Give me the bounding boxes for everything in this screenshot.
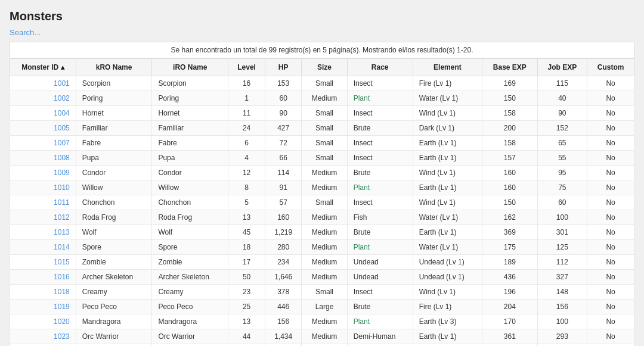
monster-id-link[interactable]: 1005 bbox=[54, 124, 70, 132]
job-exp-cell: 301 bbox=[537, 225, 587, 240]
col-monster-id-link[interactable]: Monster ID ▴ bbox=[21, 63, 64, 71]
iro-name-cell: Wormtail bbox=[152, 344, 228, 347]
monster-id-link[interactable]: 1008 bbox=[54, 154, 70, 162]
monster-id-link[interactable]: 1020 bbox=[54, 317, 70, 326]
level-cell: 16 bbox=[228, 76, 265, 91]
kro-name-cell: Spore bbox=[76, 240, 152, 255]
base-exp-cell: 175 bbox=[482, 240, 537, 255]
monster-id-link[interactable]: 1015 bbox=[54, 258, 70, 266]
hp-cell: 280 bbox=[265, 240, 302, 255]
table-row: 1019Peco PecoPeco Peco25446LargeBruteFir… bbox=[10, 300, 634, 314]
race-cell: Insect bbox=[347, 76, 413, 91]
custom-cell: No bbox=[587, 91, 634, 106]
race-cell: Plant bbox=[347, 344, 413, 347]
iro-name-cell: Zombie bbox=[152, 255, 228, 270]
table-row: 1004HornetHornet1190SmallInsectWind (Lv … bbox=[10, 106, 634, 121]
level-cell: 13 bbox=[228, 210, 265, 225]
iro-name-cell: Archer Skeleton bbox=[152, 270, 228, 285]
monster-id-link[interactable]: 1016 bbox=[54, 273, 70, 281]
base-exp-cell: 150 bbox=[482, 91, 537, 106]
job-exp-cell: 148 bbox=[537, 285, 587, 300]
base-exp-cell: 204 bbox=[482, 300, 537, 314]
job-exp-cell: 156 bbox=[537, 300, 587, 314]
race-cell: Brute bbox=[347, 166, 413, 180]
size-cell: Medium bbox=[302, 329, 347, 344]
search-link[interactable]: Search... bbox=[10, 28, 41, 37]
kro-name-cell: Wolf bbox=[76, 225, 152, 240]
custom-cell: No bbox=[587, 255, 634, 270]
element-cell: Fire (Lv 1) bbox=[413, 76, 482, 91]
monster-id-link[interactable]: 1019 bbox=[54, 303, 70, 311]
table-row: 1015ZombieZombie17234MediumUndeadUndead … bbox=[10, 255, 634, 270]
table-row: 1007FabreFabre672SmallInsectEarth (Lv 1)… bbox=[10, 136, 634, 151]
monster-id-link[interactable]: 1014 bbox=[54, 243, 70, 251]
kro-name-cell: Poring bbox=[76, 91, 152, 106]
race-cell: Insect bbox=[347, 285, 413, 300]
monster-id-link[interactable]: 1004 bbox=[54, 109, 70, 117]
monster-id-link[interactable]: 1001 bbox=[54, 79, 70, 88]
monster-id-link[interactable]: 1010 bbox=[54, 183, 70, 192]
monster-id-link[interactable]: 1009 bbox=[54, 169, 70, 177]
table-row: 1024WormtailWormtail17200MediumPlantEart… bbox=[10, 344, 634, 347]
custom-cell: No bbox=[587, 106, 634, 121]
base-exp-cell: 369 bbox=[482, 225, 537, 240]
level-cell: 24 bbox=[228, 121, 265, 136]
element-cell: Earth (Lv 1) bbox=[413, 329, 482, 344]
base-exp-cell: 436 bbox=[482, 270, 537, 285]
race-cell: Brute bbox=[347, 225, 413, 240]
job-exp-cell: 115 bbox=[537, 76, 587, 91]
kro-name-cell: Creamy bbox=[76, 285, 152, 300]
hp-cell: 66 bbox=[265, 151, 302, 166]
table-row: 1023Orc WarriorOrc Warrior441,434MediumD… bbox=[10, 329, 634, 344]
table-row: 1008PupaPupa466SmallInsectEarth (Lv 1)15… bbox=[10, 151, 634, 166]
custom-cell: No bbox=[587, 300, 634, 314]
hp-cell: 60 bbox=[265, 91, 302, 106]
col-monster-id[interactable]: Monster ID ▴ bbox=[10, 59, 76, 76]
hp-cell: 57 bbox=[265, 195, 302, 210]
element-cell: Wind (Lv 1) bbox=[413, 106, 482, 121]
job-exp-cell: 100 bbox=[537, 210, 587, 225]
col-race: Race bbox=[347, 59, 413, 76]
element-cell: Fire (Lv 1) bbox=[413, 300, 482, 314]
info-bar: Se han encontrado un total de 99 registr… bbox=[10, 42, 634, 58]
element-cell: Dark (Lv 1) bbox=[413, 121, 482, 136]
base-exp-cell: 196 bbox=[482, 285, 537, 300]
size-cell: Medium bbox=[302, 225, 347, 240]
iro-name-cell: Fabre bbox=[152, 136, 228, 151]
level-cell: 45 bbox=[228, 225, 265, 240]
base-exp-cell: 158 bbox=[482, 106, 537, 121]
element-cell: Earth (Lv 1) bbox=[413, 344, 482, 347]
custom-cell: No bbox=[587, 121, 634, 136]
monster-id-link[interactable]: 1007 bbox=[54, 139, 70, 147]
race-cell: Fish bbox=[347, 210, 413, 225]
level-cell: 8 bbox=[228, 180, 265, 195]
race-cell: Insect bbox=[347, 136, 413, 151]
size-cell: Large bbox=[302, 300, 347, 314]
monster-id-link[interactable]: 1023 bbox=[54, 332, 70, 341]
monster-id-link[interactable]: 1011 bbox=[54, 198, 70, 207]
base-exp-cell: 160 bbox=[482, 166, 537, 180]
race-cell: Brute bbox=[347, 300, 413, 314]
base-exp-cell: 180 bbox=[482, 344, 537, 347]
job-exp-cell: 60 bbox=[537, 195, 587, 210]
element-cell: Undead (Lv 1) bbox=[413, 255, 482, 270]
col-level: Level bbox=[228, 59, 265, 76]
job-exp-cell: 120 bbox=[537, 344, 587, 347]
col-iro-name: iRO Name bbox=[152, 59, 228, 76]
element-cell: Earth (Lv 3) bbox=[413, 314, 482, 329]
iro-name-cell: Spore bbox=[152, 240, 228, 255]
size-cell: Small bbox=[302, 106, 347, 121]
monster-id-link[interactable]: 1002 bbox=[54, 94, 70, 102]
job-exp-cell: 95 bbox=[537, 166, 587, 180]
monster-id-link[interactable]: 1018 bbox=[54, 288, 70, 296]
element-cell: Wind (Lv 1) bbox=[413, 166, 482, 180]
level-cell: 4 bbox=[228, 151, 265, 166]
base-exp-cell: 200 bbox=[482, 121, 537, 136]
element-cell: Earth (Lv 1) bbox=[413, 225, 482, 240]
monster-id-link[interactable]: 1012 bbox=[54, 213, 70, 222]
monster-id-link[interactable]: 1013 bbox=[54, 228, 70, 236]
base-exp-cell: 162 bbox=[482, 210, 537, 225]
size-cell: Small bbox=[302, 76, 347, 91]
base-exp-cell: 170 bbox=[482, 314, 537, 329]
race-cell: Brute bbox=[347, 121, 413, 136]
